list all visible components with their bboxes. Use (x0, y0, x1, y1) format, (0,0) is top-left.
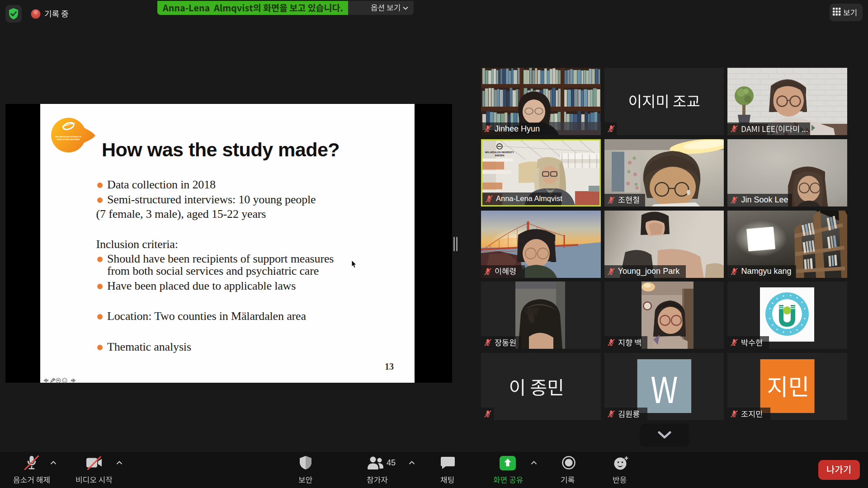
svg-text:SWEDEN: SWEDEN (495, 154, 505, 156)
svg-text:ESKILSTUNA VÄSTERÅS: ESKILSTUNA VÄSTERÅS (57, 138, 80, 141)
svg-text:MÄLARDALENS HÖGSKOLA: MÄLARDALENS HÖGSKOLA (55, 136, 81, 138)
svg-text:MÄLARDALEN UNIVERSITY: MÄLARDALEN UNIVERSITY (485, 151, 514, 154)
svg-text:1967: 1967 (785, 323, 790, 326)
